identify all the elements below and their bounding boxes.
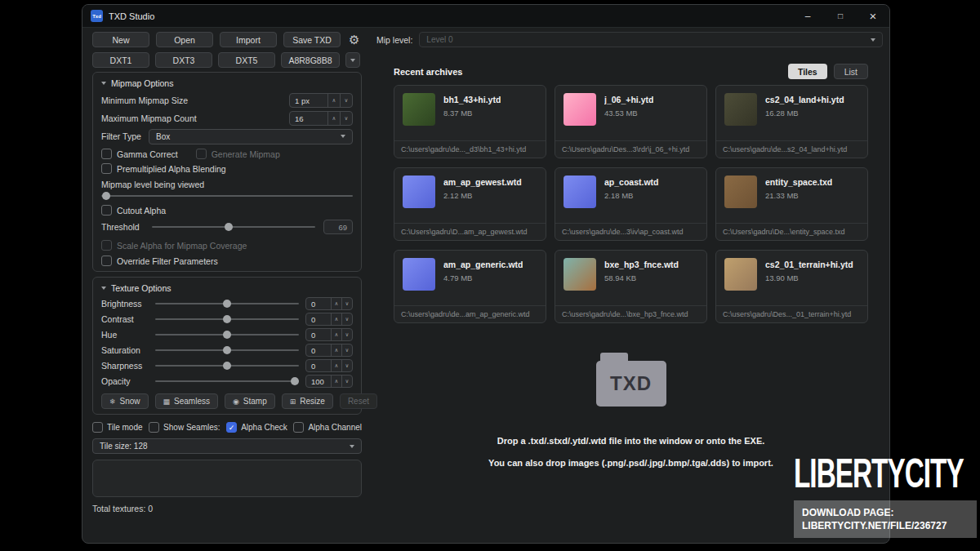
opacity-row: Opacity 100 ∧ ∨ [101, 375, 353, 387]
max-mipmap-count-stepper[interactable]: 16 ∧ ∨ [289, 111, 353, 126]
archive-card[interactable]: j_06_+hi.ytd 43.53 MB C:\Users\gadru\Des… [555, 85, 707, 158]
gamma-correct-checkbox[interactable]: Gamma Correct [101, 149, 178, 159]
archive-name: ap_coast.wtd [604, 177, 659, 187]
new-button[interactable]: New [92, 32, 149, 47]
slider-thumb[interactable] [223, 315, 231, 323]
slider-thumb[interactable] [225, 223, 233, 231]
threshold-slider[interactable] [152, 222, 315, 232]
sharpness-stepper[interactable]: 0 ∧ ∨ [305, 359, 353, 372]
checkbox-box [101, 149, 112, 159]
opacity-label: Opacity [101, 376, 149, 386]
dxt3-button[interactable]: DXT3 [155, 52, 212, 68]
chevron-up-icon[interactable]: ∧ [327, 112, 340, 125]
mipmap-options-header[interactable]: Mipmap Options [101, 78, 353, 89]
chevron-up-icon[interactable]: ∧ [331, 344, 341, 356]
chevron-down-icon[interactable]: ∨ [341, 329, 352, 340]
sharpness-row: Sharpness 0 ∧ ∨ [101, 360, 353, 371]
slider-thumb[interactable] [291, 377, 299, 385]
show-seamless-checkbox[interactable]: Show Seamles: [149, 422, 220, 433]
contrast-slider[interactable] [155, 314, 299, 324]
archive-card[interactable]: ap_coast.wtd 2.18 MB C:\users\gadru\de..… [555, 167, 707, 241]
chevron-up-icon[interactable]: ∧ [331, 360, 341, 371]
titlebar[interactable]: Txd TXD Studio – □ × [82, 5, 889, 28]
sharpness-slider[interactable] [155, 361, 299, 371]
archive-card[interactable]: am_ap_gewest.wtd 2.12 MB C:\Users\gadru\… [394, 167, 546, 241]
mip-level-label: Mip level: [376, 35, 412, 45]
format-more-button[interactable] [345, 52, 360, 68]
list-view-button[interactable]: List [834, 64, 868, 79]
chevron-down-icon[interactable]: ∨ [341, 313, 352, 325]
maximize-icon[interactable]: □ [824, 5, 857, 27]
open-button[interactable]: Open [156, 32, 213, 47]
snow-button[interactable]: ❄ Snow [101, 393, 149, 409]
import-button[interactable]: Import [220, 32, 277, 47]
chevron-down-icon[interactable]: ∨ [340, 112, 352, 125]
slider-thumb[interactable] [223, 362, 231, 370]
a8r8g8b8-button[interactable]: A8R8G8B8 [281, 52, 340, 68]
override-filter-checkbox[interactable]: Override Filter Parameters [101, 256, 353, 266]
alpha-check-checkbox[interactable]: ✓ Alpha Check [226, 422, 287, 433]
archive-card[interactable]: cs2_04_land+hi.ytd 16.28 MB C:\users\gad… [715, 85, 868, 158]
notes-textarea[interactable] [92, 460, 362, 497]
tile-mode-checkbox[interactable]: Tile mode [92, 422, 143, 433]
archive-card[interactable]: cs2_01_terrain+hi.ytd 13.90 MB C:\users\… [715, 250, 868, 323]
window-title: TXD Studio [109, 11, 154, 21]
gear-icon[interactable]: ⚙ [349, 33, 359, 47]
archive-card[interactable]: am_ap_generic.wtd 4.79 MB C:\users\gadru… [394, 250, 546, 323]
min-mipmap-size-stepper[interactable]: 1 px ∧ ∨ [289, 93, 353, 108]
chevron-down-icon [341, 135, 345, 138]
chevron-down-icon[interactable]: ∨ [341, 360, 352, 371]
dxt5-button[interactable]: DXT5 [218, 52, 275, 68]
chevron-up-icon[interactable]: ∧ [331, 298, 341, 309]
left-panel: Mipmap Options Minimum Mipmap Size 1 px … [92, 72, 362, 513]
close-icon[interactable]: × [857, 5, 889, 27]
slider-thumb[interactable] [223, 300, 231, 308]
reset-button[interactable]: Reset [340, 393, 377, 409]
hue-slider[interactable] [155, 330, 299, 340]
checkbox-box [101, 163, 112, 174]
chevron-down-icon[interactable]: ∨ [340, 94, 352, 107]
brightness-stepper[interactable]: 0 ∧ ∨ [305, 297, 353, 310]
contrast-stepper[interactable]: 0 ∧ ∨ [305, 313, 353, 326]
seamless-button[interactable]: ▦ Seamless [155, 393, 218, 409]
brightness-slider[interactable] [155, 299, 299, 309]
generate-mipmap-checkbox[interactable]: Generate Mipmap [196, 149, 280, 159]
chevron-down-icon[interactable]: ∨ [341, 344, 352, 356]
chevron-up-icon[interactable]: ∧ [331, 375, 341, 387]
tiles-view-button[interactable]: Tiles [788, 64, 827, 79]
alpha-channel-checkbox[interactable]: Alpha Channel [293, 422, 362, 433]
texture-options-header[interactable]: Texture Options [101, 282, 353, 294]
archive-card[interactable]: bxe_hp3_fnce.wtd 58.94 KB C:\users\gadru… [555, 250, 707, 323]
archive-card-grid: bh1_43+hi.ytd 8.37 MB C:\users\gadru\de.… [394, 85, 868, 323]
saturation-stepper[interactable]: 0 ∧ ∨ [305, 344, 353, 357]
stamp-button[interactable]: ◉ Stamp [225, 393, 275, 409]
dxt1-button[interactable]: DXT1 [92, 52, 149, 68]
cutout-alpha-checkbox[interactable]: Cutout Alpha [101, 205, 353, 216]
slider-thumb[interactable] [223, 331, 231, 339]
chevron-up-icon[interactable]: ∧ [327, 94, 340, 107]
chevron-up-icon[interactable]: ∧ [331, 329, 341, 340]
saturation-slider[interactable] [155, 345, 299, 355]
resize-button[interactable]: ⊞ Resize [282, 393, 333, 409]
drop-instruction-1: Drop a .txd/.stxd/.ytd/.wtd file into th… [394, 436, 868, 446]
archive-card[interactable]: entity_space.txd 21.33 MB C:\Users\gadru… [715, 167, 868, 241]
scale-alpha-checkbox[interactable]: Scale Alpha for Mipmap Coverage [101, 240, 353, 251]
opacity-slider[interactable] [155, 376, 299, 386]
filter-type-select[interactable]: Box [149, 129, 353, 144]
mip-level-viewed-slider[interactable] [101, 191, 353, 201]
minimize-icon[interactable]: – [791, 5, 824, 27]
archive-size: 13.90 MB [765, 273, 853, 282]
chevron-down-icon[interactable]: ∨ [341, 298, 352, 309]
premultiplied-alpha-checkbox[interactable]: Premultiplied Alpha Blending [101, 163, 353, 174]
archive-card[interactable]: bh1_43+hi.ytd 8.37 MB C:\users\gadru\de.… [394, 85, 546, 158]
slider-thumb[interactable] [102, 192, 110, 200]
slider-thumb[interactable] [223, 346, 231, 354]
tile-size-select[interactable]: Tile size: 128 [92, 438, 362, 454]
card-meta: am_ap_generic.wtd 4.79 MB [443, 258, 523, 298]
opacity-stepper[interactable]: 100 ∧ ∨ [305, 375, 353, 388]
hue-stepper[interactable]: 0 ∧ ∨ [305, 328, 353, 341]
chevron-up-icon[interactable]: ∧ [331, 313, 341, 325]
mip-level-select[interactable]: Level 0 [419, 32, 883, 47]
chevron-down-icon[interactable]: ∨ [341, 375, 352, 387]
save-txd-button[interactable]: Save TXD [283, 32, 341, 47]
